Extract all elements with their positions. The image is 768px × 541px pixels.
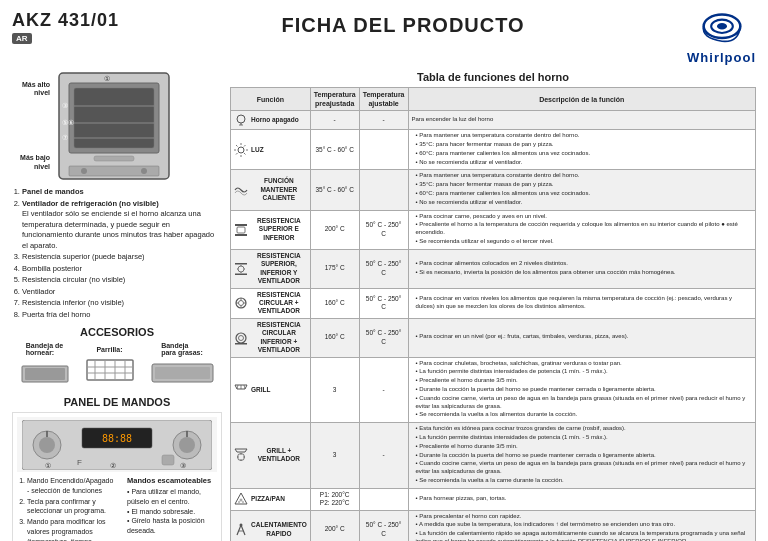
mandos-right: Mandos escamoteables • Para utilizar el …	[127, 476, 217, 541]
list-item: Ventilador	[22, 287, 222, 298]
svg-point-2	[717, 23, 727, 30]
desc-cell: • Para cocinar carne, pescado y aves en …	[408, 210, 755, 249]
temp2-cell: 50° C - 250° C	[359, 210, 408, 249]
oven-section: Más alto nivel Más bajo nivel	[12, 71, 222, 181]
func-icon: FUNCIÓN MANTENER CALIENTE	[234, 177, 307, 202]
temp2-cell	[359, 130, 408, 170]
svg-point-82	[240, 499, 243, 502]
parrilla-label: Parrilla:	[96, 346, 122, 353]
list-item: Resistencia inferior (no visible)	[22, 298, 222, 309]
svg-text:88:88: 88:88	[102, 433, 132, 444]
desc-item: • Para mantener una temperatura constant…	[416, 132, 752, 140]
pizza-icon	[234, 492, 248, 506]
panel-mandos: 88:88 F ①	[12, 412, 222, 541]
left-panel: Más alto nivel Más bajo nivel	[12, 71, 222, 541]
instructions-list: Panel de mandos Ventilador de refrigerac…	[12, 187, 222, 320]
panel-mandos-diagram: 88:88 F ①	[17, 417, 217, 472]
desc-cell: • Para hornear pizzas, pan, tortas.	[408, 488, 755, 510]
oven-labels: Más alto nivel Más bajo nivel	[12, 71, 50, 181]
desc-item: • Precaliente el horno durante 3/5 min.	[416, 443, 752, 451]
grasas-icon	[150, 358, 215, 388]
svg-text:②: ②	[110, 462, 116, 469]
panel-title: PANEL DE MANDOS	[12, 396, 222, 408]
desc-item: • Se recomienda la vuelta a la carne dur…	[416, 477, 752, 485]
svg-point-35	[179, 437, 195, 453]
desc-item: • No se recomienda utilizar el ventilado…	[416, 199, 752, 207]
func-label: RESISTENCIA SUPERIOR E INFERIOR	[251, 217, 307, 242]
desc-item: • Para mantener una temperatura constant…	[416, 172, 752, 180]
temp1-cell: 3	[310, 423, 359, 489]
desc-item: • Para hornear pizzas, pan, tortas.	[416, 495, 752, 503]
desc-cell: • Esta función es idónea para cocinar tr…	[408, 423, 755, 489]
func-label: PIZZA/PAN	[251, 495, 285, 503]
list-item: Panel de mandos	[22, 187, 222, 198]
list-item: Bombilla posterior	[22, 264, 222, 275]
desc-cell: • Para precalentar el horno con rapidez.…	[408, 510, 755, 541]
table-row: Horno apagado --Para encender la luz del…	[231, 111, 756, 130]
temp1-cell: 35° C - 60° C	[310, 170, 359, 210]
temp2-cell: -	[359, 357, 408, 423]
func-icon: RESISTENCIA CIRCULAR INFERIOR + VENTILAD…	[234, 321, 307, 355]
list-item: Resistencia circular (no visible)	[22, 275, 222, 286]
svg-point-59	[238, 266, 244, 272]
list-item: Resistencia superior (puede bajarse)	[22, 252, 222, 263]
desc-cell: • Para mantener una temperatura constant…	[408, 130, 755, 170]
func-cell: GRILL	[231, 357, 311, 423]
mandos-escamoteables-title: Mandos escamoteables	[127, 476, 217, 485]
mando-item: Tecla para confirmar y seleccionar un pr…	[27, 497, 117, 517]
table-title: Tabla de funciones del horno	[230, 71, 756, 83]
svg-text:F: F	[77, 458, 82, 467]
desc-item: • A medida que sube la temperatura, los …	[416, 521, 752, 529]
desc-item: • 35°C: para hacer fermentar masas de pa…	[416, 141, 752, 149]
col-header-temp1: Temperaturapreajustada	[310, 88, 359, 111]
desc-item: • Esta función es idónea para cocinar tr…	[416, 425, 752, 433]
temp1-cell: -	[310, 111, 359, 130]
temp1-cell: 160° C	[310, 288, 359, 318]
func-label: Horno apagado	[251, 116, 299, 124]
svg-point-42	[237, 115, 245, 123]
model-title: AKZ 431/01	[12, 10, 119, 31]
svg-rect-18	[25, 368, 65, 380]
svg-point-86	[240, 523, 243, 526]
bandeja-icon	[20, 358, 70, 388]
accessory-bandeja: Bandeja dehornear:	[20, 342, 70, 390]
page-title: FICHA DEL PRODUCTO	[119, 10, 687, 37]
desc-cell: • Para cocinar en varios niveles los ali…	[408, 288, 755, 318]
accessory-grasas: Bandejapara grasas:	[150, 342, 215, 390]
bandeja-label: Bandeja dehornear:	[26, 342, 63, 356]
svg-line-75	[244, 385, 245, 389]
svg-text:①: ①	[104, 75, 110, 82]
func-cell: GRILL + VENTILADOR	[231, 423, 311, 489]
temp1-cell: 175° C	[310, 249, 359, 288]
circle-fan-icon	[234, 296, 248, 310]
desc-item: • Precaliente el horno a la temperatura …	[416, 221, 752, 237]
desc-item: • La función permite distintas intensida…	[416, 434, 752, 442]
desc-cell: • Para mantener una temperatura constant…	[408, 170, 755, 210]
label-mas-bajo: Más bajo nivel	[12, 154, 50, 171]
temp1-cell: P1: 200°C P2: 220°C	[310, 488, 359, 510]
whirlpool-swirl-icon	[697, 10, 747, 50]
svg-rect-54	[235, 224, 247, 226]
func-cell: RESISTENCIA CIRCULAR + VENTILADOR	[231, 288, 311, 318]
func-icon: Horno apagado	[234, 113, 307, 127]
whirlpool-logo: Whirlpool	[687, 10, 756, 65]
svg-rect-37	[162, 455, 174, 465]
table-row: GRILL + VENTILADOR 3-• Esta función es i…	[231, 423, 756, 489]
svg-line-53	[236, 153, 238, 155]
grill-icon	[234, 383, 248, 397]
desc-item: • 60°C: para mantener calientes los alim…	[416, 190, 752, 198]
bulb-icon	[234, 113, 248, 127]
top-bottom-icon	[234, 223, 248, 237]
header-left: AKZ 431/01 AR	[12, 10, 119, 44]
brand-name: Whirlpool	[687, 50, 756, 65]
grill-fan-icon	[234, 448, 248, 462]
mando-item: Mando Encendido/Apagado - selección de f…	[27, 476, 117, 496]
svg-text:⑤⑥: ⑤⑥	[62, 119, 74, 126]
col-header-temp2: Temperaturaajustable	[359, 88, 408, 111]
desc-item: • Para precalentar el horno con rapidez.	[416, 513, 752, 521]
desc-item: • Se recomienda utilizar el segundo o el…	[416, 238, 752, 246]
desc-item: • No se recomienda utilizar el ventilado…	[416, 159, 752, 167]
svg-point-32	[39, 437, 55, 453]
desc-item: • Durante la cocción la puerta del horno…	[416, 452, 752, 460]
grasas-label: Bandejapara grasas:	[161, 342, 203, 356]
